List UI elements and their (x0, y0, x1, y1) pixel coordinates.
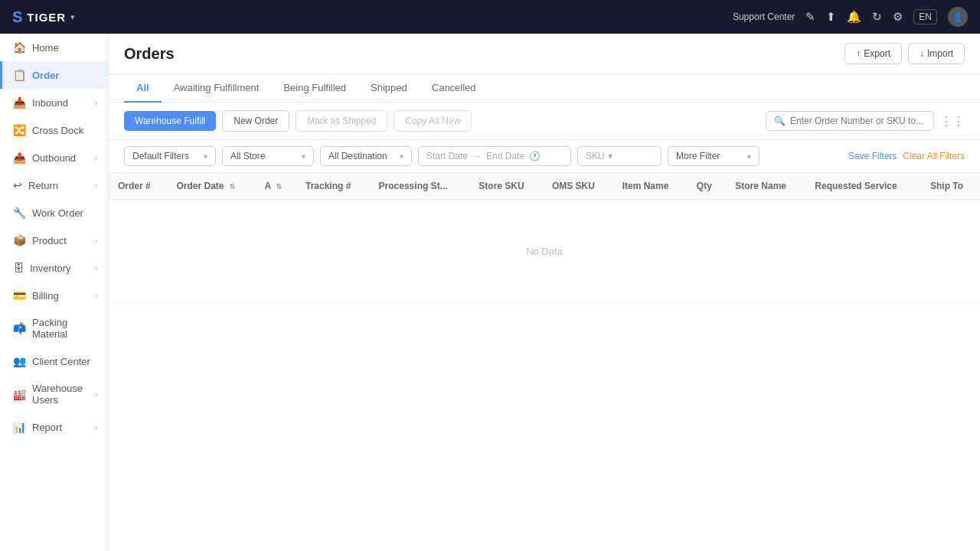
new-order-button[interactable]: New Order (222, 110, 289, 132)
sidebar-item-label: Client Center (32, 356, 90, 367)
order-icon: 📋 (13, 69, 26, 81)
topnav: S TIGER ▾ Support Center ✎ ⬆ 🔔 ↻ ⚙ EN 👤 (0, 0, 980, 34)
export-button[interactable]: ↑ Export (844, 43, 902, 64)
product-icon: 📦 (13, 234, 26, 246)
sidebar-item-label: Home (32, 42, 59, 54)
date-filter[interactable]: Start Date → End Date 🕐 (418, 146, 571, 166)
sidebar-item-client-center[interactable]: 👥 Client Center (0, 347, 108, 375)
chevron-down-icon: › (95, 423, 97, 432)
grid-columns-icon[interactable]: ⋮⋮ (940, 114, 965, 129)
store-filter-select[interactable]: All Store ▾ (222, 146, 314, 166)
sidebar-item-packing-material[interactable]: 📫 Packing Material (0, 309, 108, 347)
search-box[interactable]: 🔍 (766, 111, 934, 131)
sort-icon: ⇅ (276, 182, 282, 191)
sidebar-item-cross-dock[interactable]: 🔀 Cross Dock (0, 116, 108, 144)
sidebar-item-inbound[interactable]: 📥 Inbound › (0, 89, 108, 116)
sidebar-item-home[interactable]: 🏠 Home (0, 34, 108, 61)
sidebar-item-label: Report (32, 422, 62, 433)
chevron-down-icon: ▾ (747, 152, 751, 161)
tab-shipped[interactable]: Shipped (358, 74, 420, 103)
tab-cancelled[interactable]: Cancelled (420, 74, 488, 103)
brand-name: TIGER (27, 11, 66, 24)
sidebar-item-label: Work Order (32, 207, 83, 219)
sidebar-item-label: Packing Material (32, 317, 97, 340)
default-filter-select[interactable]: Default Filters ▾ (124, 146, 216, 166)
logo-icon: S (12, 8, 22, 26)
sidebar-item-label: Return (28, 180, 58, 191)
sidebar-item-product[interactable]: 📦 Product › (0, 227, 108, 254)
tab-being-fulfilled[interactable]: Being Fulfilled (271, 74, 358, 103)
warehouse-icon: 🏭 (13, 388, 26, 400)
sidebar-item-inventory[interactable]: 🗄 Inventory › (0, 254, 108, 282)
inventory-icon: 🗄 (13, 262, 24, 274)
sidebar-item-work-order[interactable]: 🔧 Work Order (0, 199, 108, 227)
col-oms-sku: OMS SKU (543, 173, 613, 200)
sidebar-item-warehouse-users[interactable]: 🏭 Warehouse Users › (0, 375, 108, 413)
chevron-down-icon: › (95, 264, 97, 272)
calendar-icon: 🕐 (529, 151, 541, 161)
mark-as-shipped-button[interactable]: Mark as Shipped (296, 110, 387, 132)
col-order-num: Order # (109, 173, 167, 200)
destination-filter-select[interactable]: All Destination ▾ (320, 146, 412, 166)
sidebar-item-label: Order (32, 70, 59, 81)
warehouse-fulfill-button[interactable]: Warehouse Fulfill (124, 111, 216, 131)
billing-icon: 💳 (13, 289, 26, 302)
sort-icon: ⇅ (229, 182, 235, 191)
sidebar-item-label: Inbound (32, 97, 68, 109)
page-title: Orders (124, 45, 175, 63)
tabs-bar: All Awaiting Fulfillment Being Fulfilled… (109, 74, 980, 103)
main-content: Orders ↑ Export ↓ Import All Awaiting Fu… (109, 34, 980, 551)
edit-icon[interactable]: ✎ (805, 10, 815, 24)
gear-icon[interactable]: ⚙ (893, 10, 903, 24)
sidebar-item-label: Inventory (30, 262, 70, 274)
sidebar-item-billing[interactable]: 💳 Billing › (0, 282, 108, 309)
more-filter-select[interactable]: More Filter ▾ (668, 146, 760, 166)
export-icon[interactable]: ⬆ (826, 10, 836, 24)
destination-label: All Destination (328, 151, 387, 161)
return-icon: ↩ (13, 179, 22, 191)
language-selector[interactable]: EN (913, 9, 937, 24)
chevron-down-icon: › (95, 181, 97, 190)
sku-filter-select[interactable]: SKU ▾ (577, 146, 662, 166)
store-label: All Store (230, 151, 265, 161)
sidebar-item-order[interactable]: 📋 Order (0, 61, 108, 89)
sidebar-item-return[interactable]: ↩ Return › (0, 171, 108, 199)
col-item-name: Item Name (613, 173, 688, 200)
topnav-right: Support Center ✎ ⬆ 🔔 ↻ ⚙ EN 👤 (733, 7, 968, 27)
col-processing-st: Processing St... (370, 173, 470, 200)
filter-label: Default Filters (132, 151, 189, 161)
copy-as-new-button[interactable]: Copy As New (394, 110, 472, 132)
sidebar-item-label: Cross Dock (32, 125, 83, 136)
inbound-icon: 📥 (13, 96, 26, 109)
support-center-link[interactable]: Support Center (733, 11, 795, 22)
save-filters-link[interactable]: Save Filters (848, 151, 897, 161)
chevron-down-icon: ▾ (302, 152, 305, 161)
import-button[interactable]: ↓ Import (908, 43, 965, 64)
page-header: Orders ↑ Export ↓ Import (109, 34, 980, 74)
orders-table: Order # Order Date ⇅ A ⇅ Tracking # (109, 173, 980, 304)
chevron-down-icon: ▾ (400, 152, 403, 161)
col-store-name: Store Name (726, 173, 805, 200)
filter-actions: Save Filters Clear All Filters (848, 151, 965, 161)
col-requested-service: Requested Service (805, 173, 921, 200)
avatar[interactable]: 👤 (948, 7, 968, 27)
tab-all[interactable]: All (124, 74, 162, 103)
sidebar-item-report[interactable]: 📊 Report › (0, 413, 108, 441)
bell-icon[interactable]: 🔔 (847, 10, 861, 24)
chevron-down-icon: › (95, 154, 97, 162)
filters-row: Default Filters ▾ All Store ▾ All Destin… (109, 140, 980, 173)
toolbar: Warehouse Fulfill New Order Mark as Ship… (109, 103, 980, 140)
col-a[interactable]: A ⇅ (256, 173, 296, 200)
home-icon: 🏠 (13, 41, 26, 54)
tab-awaiting-fulfillment[interactable]: Awaiting Fulfillment (162, 74, 272, 103)
sidebar-item-outbound[interactable]: 📤 Outbound › (0, 144, 108, 171)
sku-label: SKU (586, 151, 605, 161)
col-order-date[interactable]: Order Date ⇅ (167, 173, 255, 200)
clear-all-filters-link[interactable]: Clear All Filters (903, 151, 965, 161)
client-icon: 👥 (13, 355, 26, 367)
search-input[interactable] (790, 116, 926, 126)
refresh-icon[interactable]: ↻ (872, 10, 882, 24)
sidebar-item-label: Billing (32, 290, 59, 302)
search-icon: 🔍 (774, 116, 786, 126)
brand-chevron-icon[interactable]: ▾ (70, 12, 75, 22)
